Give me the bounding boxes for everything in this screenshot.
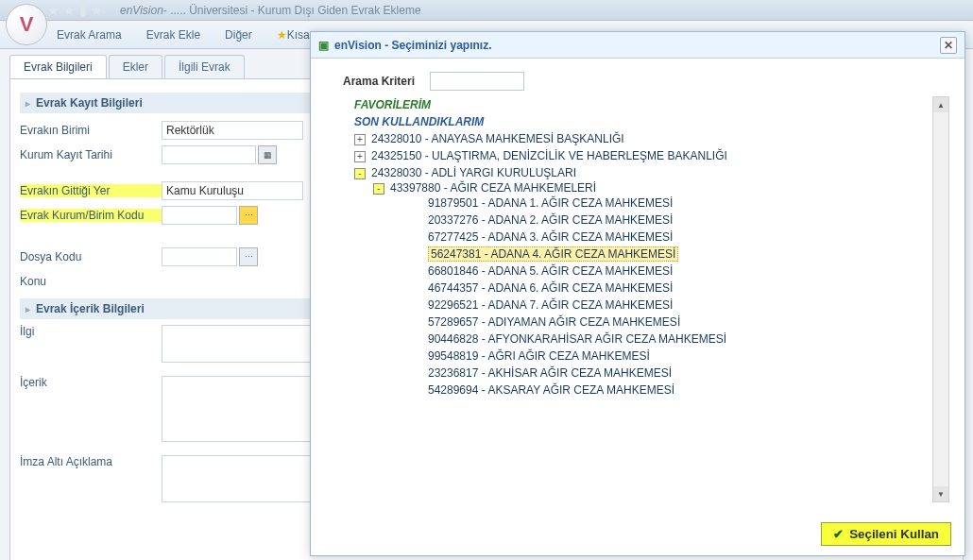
expand-icon[interactable]: + bbox=[354, 134, 366, 145]
tree-node[interactable]: 43397880 - AĞIR CEZA MAHKEMELERİ bbox=[390, 181, 596, 195]
menu-evrak-arama[interactable]: Evrak Arama bbox=[57, 28, 122, 42]
label-kurum-birim-kodu: Evrak Kurum/Birim Kodu bbox=[20, 209, 162, 222]
tree-leaf[interactable]: 23236817 - AKHİSAR AĞIR CEZA MAHKEMESİ bbox=[428, 366, 672, 380]
title-bar: ★ ★ ▮ ★ enVision - ..... Üniversitesi - … bbox=[0, 0, 973, 21]
field-kurum-kayit-tarihi[interactable] bbox=[162, 145, 256, 164]
tree-leaf[interactable]: 20337276 - ADANA 2. AĞIR CEZA MAHKEMESİ bbox=[428, 213, 673, 227]
tree-leaf[interactable]: 92296521 - ADANA 7. AĞIR CEZA MAHKEMESİ bbox=[428, 298, 673, 312]
tree-recent[interactable]: SON KULLANDIKLARIM bbox=[354, 115, 484, 128]
field-evrakin-birimi[interactable]: Rektörlük bbox=[162, 121, 303, 140]
tree-leaf[interactable]: 66801846 - ADANA 5. AĞIR CEZA MAHKEMESİ bbox=[428, 264, 673, 278]
field-kurum-birim-kodu[interactable] bbox=[162, 206, 237, 225]
use-selected-label: Seçileni Kullan bbox=[849, 527, 939, 541]
field-gittigi-yer[interactable]: Kamu Kuruluşu bbox=[162, 181, 303, 200]
tree-leaf[interactable]: 91879501 - ADANA 1. AĞIR CEZA MAHKEMESİ bbox=[428, 196, 673, 210]
modal-title-bar: ▣ enVision - Seçiminizi yapınız. ✕ bbox=[311, 32, 964, 59]
tab-evrak-bilgileri[interactable]: Evrak Bilgileri bbox=[9, 55, 107, 78]
app-name: enVision bbox=[120, 4, 163, 17]
expand-icon[interactable]: - bbox=[354, 168, 366, 179]
check-icon: ✔ bbox=[833, 527, 844, 541]
label-dosya-kodu: Dosya Kodu bbox=[20, 250, 162, 263]
lookup-dosya-icon[interactable]: ⋯ bbox=[239, 247, 258, 266]
bookmark-icon: ▮ bbox=[79, 3, 87, 18]
tree-node[interactable]: 24328010 - ANAYASA MAHKEMESİ BAŞKANLIĞI bbox=[371, 132, 624, 145]
star-icon: ★ bbox=[91, 3, 103, 18]
tree-node[interactable]: 24325150 - ULAŞTIRMA, DENİZCİLİK VE HABE… bbox=[371, 149, 727, 162]
star-icon: ★ bbox=[63, 3, 76, 18]
tab-ekler[interactable]: Ekler bbox=[109, 55, 162, 78]
star-icon: ★ bbox=[47, 3, 60, 18]
tree-leaf[interactable]: 56247381 - ADANA 4. AĞIR CEZA MAHKEMESİ bbox=[428, 246, 678, 262]
app-logo: V bbox=[6, 4, 47, 45]
tree-leaf[interactable]: 90446828 - AFYONKARAHİSAR AĞIR CEZA MAHK… bbox=[428, 332, 726, 346]
selection-tree: FAVORİLERİM SON KULLANDIKLARIM +24328010… bbox=[343, 96, 951, 502]
tree-node[interactable]: 24328030 - ADLİ YARGI KURULUŞLARI bbox=[371, 166, 576, 179]
scroll-down-icon[interactable]: ▼ bbox=[933, 486, 948, 501]
lookup-kurum-icon[interactable]: ⋯ bbox=[239, 206, 258, 225]
expand-icon[interactable]: - bbox=[373, 183, 384, 195]
menu-diger[interactable]: Diğer bbox=[225, 28, 252, 42]
page-title: - ..... Üniversitesi - Kurum Dışı Giden … bbox=[163, 4, 421, 17]
star-icon: ★ bbox=[277, 28, 287, 42]
calendar-icon[interactable]: ▦ bbox=[258, 145, 277, 164]
search-input[interactable] bbox=[430, 72, 524, 91]
window-icon: ▣ bbox=[318, 39, 329, 52]
field-dosya-kodu[interactable] bbox=[162, 247, 237, 266]
expand-icon[interactable]: + bbox=[354, 151, 366, 162]
label-icerik: İçerik bbox=[20, 376, 162, 389]
label-ilgi: İlgi bbox=[20, 325, 162, 338]
modal-body: Arama Kriteri FAVORİLERİM SON KULLANDIKL… bbox=[311, 59, 964, 517]
menu-evrak-ekle[interactable]: Evrak Ekle bbox=[146, 28, 200, 42]
tree-favorites[interactable]: FAVORİLERİM bbox=[354, 98, 431, 111]
label-kurum-kayit-tarihi: Kurum Kayıt Tarihi bbox=[20, 148, 162, 161]
scroll-up-icon[interactable]: ▲ bbox=[933, 97, 948, 112]
tree-leaf[interactable]: 46744357 - ADANA 6. AĞIR CEZA MAHKEMESİ bbox=[428, 281, 673, 295]
tree-leaf[interactable]: 67277425 - ADANA 3. AĞIR CEZA MAHKEMESİ bbox=[428, 230, 673, 244]
close-button[interactable]: ✕ bbox=[940, 37, 957, 54]
tree-leaf[interactable]: 54289694 - AKSARAY AĞIR CEZA MAHKEMESİ bbox=[428, 383, 674, 397]
selection-modal: ▣ enVision - Seçiminizi yapınız. ✕ Arama… bbox=[310, 31, 965, 556]
label-evrakin-birimi: Evrakın Birimi bbox=[20, 124, 162, 137]
tab-ilgili-evrak[interactable]: İlgili Evrak bbox=[164, 55, 245, 78]
tree-leaf[interactable]: 99548819 - AĞRI AĞIR CEZA MAHKEMESİ bbox=[428, 349, 650, 363]
search-label: Arama Kriteri bbox=[343, 75, 415, 88]
tree-scrollbar[interactable]: ▲ ▼ bbox=[932, 96, 949, 502]
use-selected-button[interactable]: ✔ Seçileni Kullan bbox=[821, 522, 951, 546]
tree-leaf[interactable]: 57289657 - ADIYAMAN AĞIR CEZA MAHKEMESİ bbox=[428, 315, 680, 329]
modal-title: enVision - Seçiminizi yapınız. bbox=[334, 39, 492, 52]
label-gittigi-yer: Evrakın Gittiği Yer bbox=[20, 184, 162, 197]
label-imza-alti: İmza Altı Açıklama bbox=[20, 455, 162, 468]
label-konu: Konu bbox=[20, 275, 162, 288]
